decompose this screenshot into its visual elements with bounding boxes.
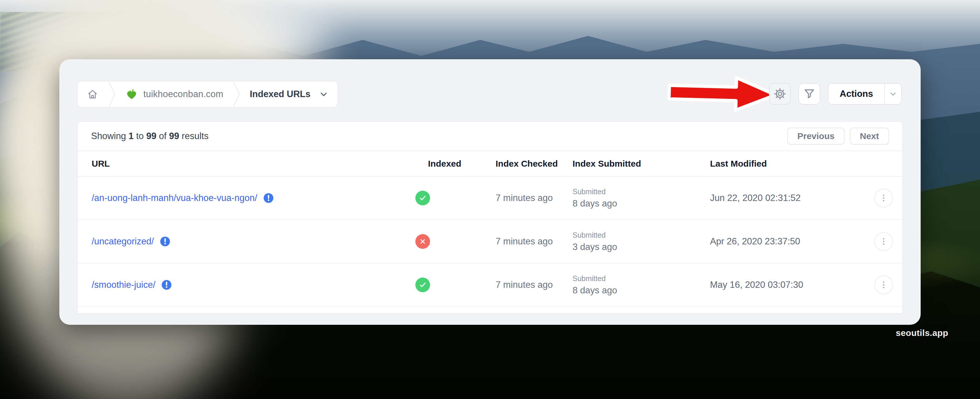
table-header: URL Indexed Index Checked Index Submitte… (78, 151, 902, 177)
index-submitted-cell: Submitted 8 days ago (573, 187, 617, 209)
chevron-down-icon (889, 89, 897, 98)
submitted-value: 3 days ago (573, 242, 617, 252)
filter-button[interactable] (799, 83, 820, 105)
table-body: /an-uong-lanh-manh/vua-khoe-vua-ngon/ 7 … (78, 177, 902, 307)
last-modified-value: Apr 26, 2020 23:37:50 (710, 236, 800, 247)
column-header-index-submitted: Index Submitted (573, 159, 641, 169)
table-row: /an-uong-lanh-manh/vua-khoe-vua-ngon/ 7 … (78, 177, 902, 220)
site-favicon-icon (125, 88, 138, 101)
index-checked-value: 7 minutes ago (496, 193, 553, 203)
submitted-value: 8 days ago (573, 285, 617, 296)
chevron-down-icon (319, 89, 329, 99)
indexed-check-icon (415, 277, 430, 292)
breadcrumb-home[interactable] (78, 81, 108, 107)
table-row: /smoothie-juice/ 7 minutes ago Submitted… (78, 263, 902, 307)
gear-icon (773, 87, 786, 100)
app-card: tuikhoeconban.com Indexed URLs (59, 59, 921, 325)
index-checked-value: 7 minutes ago (496, 236, 553, 247)
column-header-indexed: Indexed (428, 159, 461, 169)
kebab-menu-icon (879, 193, 889, 203)
info-icon[interactable] (160, 236, 170, 247)
filter-funnel-icon (803, 88, 816, 100)
row-menu-button[interactable] (874, 276, 893, 294)
toolbar: Actions (769, 83, 902, 105)
next-button[interactable]: Next (850, 128, 889, 145)
home-icon (86, 88, 99, 100)
column-header-url: URL (92, 159, 110, 169)
kebab-menu-icon (879, 236, 889, 247)
results-panel: Showing 1 to 99 of 99 results Previous N… (77, 121, 903, 314)
kebab-menu-icon (879, 280, 889, 290)
column-header-last-modified: Last Modified (710, 159, 767, 169)
url-link[interactable]: /an-uong-lanh-manh/vua-khoe-vua-ngon/ (92, 193, 257, 203)
actions-dropdown-button[interactable] (884, 84, 901, 104)
indexed-check-icon (415, 191, 430, 205)
column-header-index-checked: Index Checked (496, 159, 558, 169)
url-link[interactable]: /uncategorized/ (92, 236, 154, 247)
submitted-label: Submitted (573, 231, 617, 239)
submitted-label: Submitted (573, 187, 617, 196)
results-summary: Showing 1 to 99 of 99 results (91, 131, 208, 141)
row-menu-button[interactable] (874, 188, 893, 207)
breadcrumb-site-label: tuikhoeconban.com (143, 89, 223, 100)
index-submitted-cell: Submitted 8 days ago (573, 274, 617, 296)
breadcrumb-separator (108, 81, 116, 107)
last-modified-value: May 16, 2020 03:07:30 (710, 280, 803, 290)
info-icon[interactable] (263, 193, 274, 203)
pagination: Previous Next (787, 128, 889, 145)
index-submitted-cell: Submitted 3 days ago (573, 231, 617, 252)
url-link[interactable]: /smoothie-juice/ (92, 280, 155, 290)
breadcrumb-site[interactable]: tuikhoeconban.com (116, 81, 232, 107)
submitted-value: 8 days ago (573, 198, 617, 209)
info-icon[interactable] (161, 280, 172, 290)
breadcrumb-separator (232, 81, 241, 107)
submitted-label: Submitted (573, 274, 617, 283)
settings-button[interactable] (769, 83, 791, 105)
breadcrumb: tuikhoeconban.com Indexed URLs (77, 81, 338, 108)
breadcrumb-current-label: Indexed URLs (250, 89, 310, 100)
index-checked-value: 7 minutes ago (496, 280, 553, 290)
not-indexed-x-icon (415, 234, 430, 249)
annotation-arrow (666, 74, 781, 112)
last-modified-value: Jun 22, 2020 02:31:52 (710, 193, 801, 203)
actions-split-button: Actions (828, 83, 902, 105)
watermark-label: seoutils.app (896, 328, 948, 338)
table-row: /uncategorized/ 7 minutes ago Submitted … (78, 220, 902, 263)
breadcrumb-current-dropdown[interactable]: Indexed URLs (241, 81, 337, 107)
actions-button[interactable]: Actions (829, 84, 884, 104)
results-header: Showing 1 to 99 of 99 results Previous N… (78, 122, 902, 151)
row-menu-button[interactable] (874, 232, 893, 251)
previous-button[interactable]: Previous (787, 128, 845, 145)
partial-next-row (78, 307, 902, 314)
